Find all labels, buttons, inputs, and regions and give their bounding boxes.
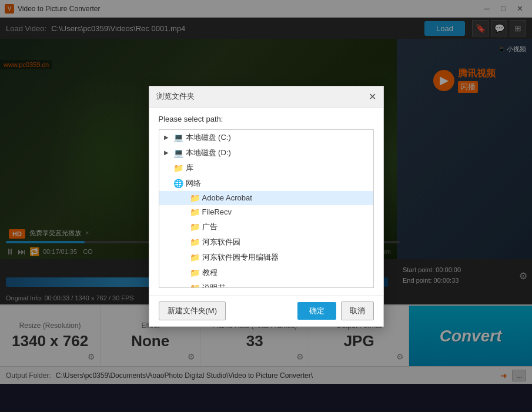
- tree-item[interactable]: 🌐网络: [159, 176, 373, 191]
- modal-body: Please select path: ▶💻本地磁盘 (C:)▶💻本地磁盘 (D…: [149, 108, 383, 295]
- new-folder-button[interactable]: 新建文件夹(M): [159, 302, 226, 320]
- tree-folder-icon: 🌐: [173, 179, 183, 188]
- modal-instruction: Please select path:: [159, 115, 374, 123]
- confirm-button[interactable]: 确定: [297, 302, 336, 320]
- file-tree[interactable]: ▶💻本地磁盘 (C:)▶💻本地磁盘 (D:)📁库🌐网络📁Adobe Acroba…: [159, 129, 374, 288]
- folder-browser-modal: 浏览文件夹 ✕ Please select path: ▶💻本地磁盘 (C:)▶…: [149, 86, 384, 327]
- tree-folder-icon: 📁: [190, 237, 200, 247]
- tree-folder-icon: 📁: [190, 283, 200, 288]
- tree-item[interactable]: 📁教程: [159, 265, 373, 280]
- tree-item[interactable]: 📁河东软件园专用编辑器: [159, 250, 373, 265]
- tree-folder-icon: 📁: [190, 207, 200, 217]
- tree-item-label: 网络: [186, 178, 201, 189]
- tree-item[interactable]: ▶💻本地磁盘 (D:): [159, 145, 373, 160]
- modal-title: 浏览文件夹: [156, 91, 195, 102]
- tree-folder-icon: 📁: [173, 163, 183, 173]
- tree-item[interactable]: 📁Adobe Acrobat: [159, 191, 373, 205]
- modal-close-button[interactable]: ✕: [369, 91, 376, 102]
- modal-overlay: 浏览文件夹 ✕ Please select path: ▶💻本地磁盘 (C:)▶…: [0, 0, 532, 412]
- tree-folder-icon: 📁: [190, 193, 200, 203]
- modal-footer: 新建文件夹(M) 确定 取消: [149, 295, 383, 326]
- tree-item-label: 本地磁盘 (D:): [186, 148, 231, 158]
- tree-expand-icon: ▶: [164, 149, 171, 156]
- cancel-button[interactable]: 取消: [341, 302, 374, 320]
- tree-item-label: 库: [186, 163, 193, 173]
- tree-folder-icon: 💻: [173, 148, 183, 158]
- tree-item[interactable]: ▶💻本地磁盘 (C:): [159, 130, 373, 145]
- tree-item-label: 河东软件园: [202, 237, 240, 247]
- tree-item-label: Adobe Acrobat: [202, 193, 252, 202]
- tree-item-label: 本地磁盘 (C:): [186, 132, 231, 143]
- tree-folder-icon: 📁: [190, 253, 200, 262]
- tree-item-label: 教程: [202, 267, 218, 278]
- tree-item[interactable]: 📁FileRecv: [159, 205, 373, 219]
- tree-item[interactable]: 📁河东软件园: [159, 235, 373, 250]
- tree-expand-icon: ▶: [164, 134, 171, 140]
- tree-item-label: 广告: [202, 222, 218, 232]
- tree-item-label: FileRecv: [202, 207, 232, 216]
- tree-folder-icon: 💻: [173, 133, 183, 142]
- tree-item-label: 河东软件园专用编辑器: [202, 252, 279, 263]
- modal-title-bar: 浏览文件夹 ✕: [149, 86, 383, 108]
- tree-folder-icon: 📁: [190, 268, 200, 277]
- tree-item[interactable]: 📁库: [159, 160, 373, 176]
- tree-folder-icon: 📁: [190, 222, 200, 232]
- tree-item-label: 说明书: [202, 283, 225, 288]
- tree-item[interactable]: 📁说明书: [159, 280, 373, 288]
- tree-item[interactable]: 📁广告: [159, 219, 373, 235]
